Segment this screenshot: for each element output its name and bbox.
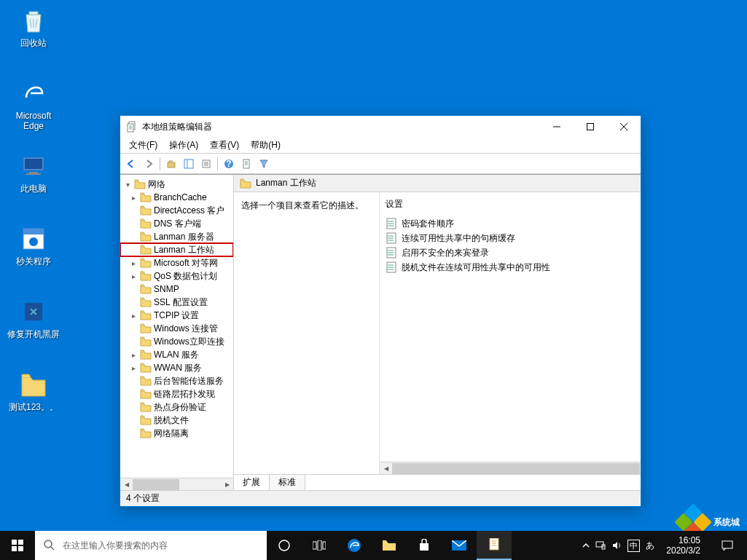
tree-item[interactable]: Windows立即连接 bbox=[120, 335, 233, 348]
menu-view[interactable]: 查看(V) bbox=[204, 138, 245, 153]
svg-rect-3 bbox=[25, 159, 42, 169]
tree-label: Windows 连接管 bbox=[154, 323, 218, 335]
svg-point-27 bbox=[388, 221, 389, 222]
setting-item[interactable]: 连续可用性共享中的句柄缓存 bbox=[380, 231, 641, 245]
expander-icon[interactable]: ▸ bbox=[129, 351, 138, 359]
expander-icon[interactable]: ▸ bbox=[129, 259, 138, 267]
help-button[interactable]: ? bbox=[221, 156, 237, 172]
tree-item[interactable]: DNS 客户端 bbox=[120, 217, 233, 230]
taskbar-explorer[interactable] bbox=[372, 531, 407, 560]
taskbar-store[interactable] bbox=[407, 531, 442, 560]
properties-button[interactable] bbox=[198, 156, 214, 172]
tree-item[interactable]: Windows 连接管 bbox=[120, 322, 233, 335]
tree-item[interactable]: 网络隔离 bbox=[120, 427, 233, 440]
tree-root[interactable]: ▾网络 bbox=[120, 178, 233, 191]
tree-item[interactable]: 后台智能传送服务 bbox=[120, 374, 233, 387]
statusbar: 4 个设置 bbox=[120, 490, 641, 506]
svg-point-40 bbox=[388, 267, 389, 268]
tree-item[interactable]: SNMP bbox=[120, 283, 233, 296]
tree-item[interactable]: 脱机文件 bbox=[120, 414, 233, 427]
tab-extended[interactable]: 扩展 bbox=[234, 475, 270, 490]
tray-clock[interactable]: 16:05 2020/3/2 bbox=[660, 535, 706, 556]
titlebar[interactable]: 本地组策略编辑器 bbox=[120, 116, 641, 138]
tray-volume-icon[interactable] bbox=[611, 540, 622, 551]
menu-action[interactable]: 操作(A) bbox=[163, 138, 204, 153]
svg-point-32 bbox=[388, 237, 389, 239]
task-view-button[interactable] bbox=[302, 531, 337, 560]
svg-rect-0 bbox=[29, 12, 38, 15]
tree-item[interactable]: Lanman 服务器 bbox=[120, 230, 233, 243]
detail-horizontal-scrollbar[interactable]: ◀ ▶ bbox=[380, 462, 641, 474]
forward-button[interactable] bbox=[141, 156, 157, 172]
filter-button[interactable] bbox=[256, 156, 272, 172]
setting-item[interactable]: 密码套件顺序 bbox=[380, 216, 641, 231]
svg-rect-17 bbox=[184, 159, 193, 168]
desktop-icon-sec-close[interactable]: 秒关程序 bbox=[6, 224, 61, 267]
tray-ime2[interactable]: あ bbox=[646, 540, 654, 552]
status-text: 4 个设置 bbox=[126, 492, 160, 505]
tree-horizontal-scrollbar[interactable]: ◀ ▶ bbox=[120, 478, 233, 490]
tree-label: Windows立即连接 bbox=[154, 336, 224, 348]
tray-chevron-icon[interactable] bbox=[582, 542, 590, 549]
folder-icon bbox=[140, 284, 152, 294]
gpedit-window: 本地组策略编辑器 文件(F) 操作(A) 查看(V) 帮助(H) ? ▾网络▸B… bbox=[120, 115, 641, 507]
cortana-button[interactable] bbox=[267, 531, 302, 560]
svg-point-48 bbox=[279, 540, 289, 551]
tree-item[interactable]: ▸TCPIP 设置 bbox=[120, 309, 233, 322]
taskbar-edge[interactable] bbox=[337, 531, 372, 560]
folder-icon bbox=[140, 428, 152, 438]
tree-item[interactable]: ▸WLAN 服务 bbox=[120, 348, 233, 361]
folder-icon bbox=[140, 389, 152, 399]
menu-file[interactable]: 文件(F) bbox=[123, 138, 163, 153]
desktop-icon-test-folder[interactable]: 测试123。。 bbox=[6, 370, 61, 412]
close-button[interactable] bbox=[607, 116, 641, 138]
tab-standard[interactable]: 标准 bbox=[270, 475, 305, 490]
tree-item[interactable]: 热点身份验证 bbox=[120, 401, 233, 414]
tray-ime[interactable]: 中 bbox=[627, 540, 640, 552]
start-button[interactable] bbox=[0, 531, 35, 560]
folder-icon bbox=[140, 363, 152, 373]
expander-icon[interactable]: ▸ bbox=[129, 194, 138, 202]
tree-item[interactable]: SSL 配置设置 bbox=[120, 296, 233, 309]
test-folder-icon bbox=[19, 370, 48, 399]
tree-label: 网络 bbox=[148, 178, 165, 191]
back-button[interactable] bbox=[123, 156, 139, 172]
tree-label: WWAN 服务 bbox=[154, 362, 202, 374]
taskbar-gpedit[interactable] bbox=[477, 531, 512, 560]
menu-help[interactable]: 帮助(H) bbox=[245, 138, 286, 153]
tray-network-icon[interactable] bbox=[595, 540, 606, 551]
search-box[interactable]: 在这里输入你要搜索的内容 bbox=[35, 531, 267, 560]
tree-item[interactable]: Lanman 工作站 bbox=[120, 243, 233, 256]
minimize-button[interactable] bbox=[540, 116, 574, 138]
repair-boot-icon bbox=[19, 297, 48, 326]
svg-point-39 bbox=[388, 264, 389, 266]
tree-label: Lanman 服务器 bbox=[154, 231, 214, 243]
expander-icon[interactable]: ▸ bbox=[129, 312, 138, 320]
desktop-icon-recycle-bin[interactable]: 回收站 bbox=[6, 6, 61, 48]
taskbar-mail[interactable] bbox=[442, 531, 477, 560]
tree-item[interactable]: ▸BranchCache bbox=[120, 191, 233, 204]
tree-item[interactable]: 链路层拓扑发现 bbox=[120, 387, 233, 401]
expander-icon[interactable]: ▸ bbox=[129, 364, 138, 372]
up-button[interactable] bbox=[163, 156, 179, 172]
expander-icon[interactable]: ▸ bbox=[129, 272, 138, 280]
desktop-icon-this-pc[interactable]: 此电脑 bbox=[6, 151, 61, 194]
maximize-button[interactable] bbox=[574, 116, 607, 138]
setting-item[interactable]: 启用不安全的来宾登录 bbox=[380, 245, 641, 260]
tree-item[interactable]: ▸Microsoft 对等网 bbox=[120, 256, 233, 269]
show-hide-tree-button[interactable] bbox=[181, 156, 197, 172]
policy-button[interactable] bbox=[238, 156, 254, 172]
desktop-icon-label: Microsoft Edge bbox=[6, 111, 61, 131]
desktop-icon-edge[interactable]: Microsoft Edge bbox=[6, 79, 61, 131]
desktop-icon-repair-boot[interactable]: 修复开机黑屏 bbox=[6, 297, 61, 339]
tree-label: WLAN 服务 bbox=[154, 349, 199, 361]
desktop-icon-label: 测试123。。 bbox=[6, 402, 61, 412]
tree-item[interactable]: ▸QoS 数据包计划 bbox=[120, 269, 233, 283]
action-center-button[interactable] bbox=[712, 531, 743, 560]
tree-item[interactable]: ▸WWAN 服务 bbox=[120, 361, 233, 374]
svg-rect-57 bbox=[722, 541, 732, 548]
folder-icon bbox=[140, 258, 152, 268]
setting-item[interactable]: 脱机文件在连续可用性共享中的可用性 bbox=[380, 260, 641, 275]
view-tabs: 扩展 标准 bbox=[234, 474, 641, 490]
tree-item[interactable]: DirectAccess 客户 bbox=[120, 204, 233, 217]
